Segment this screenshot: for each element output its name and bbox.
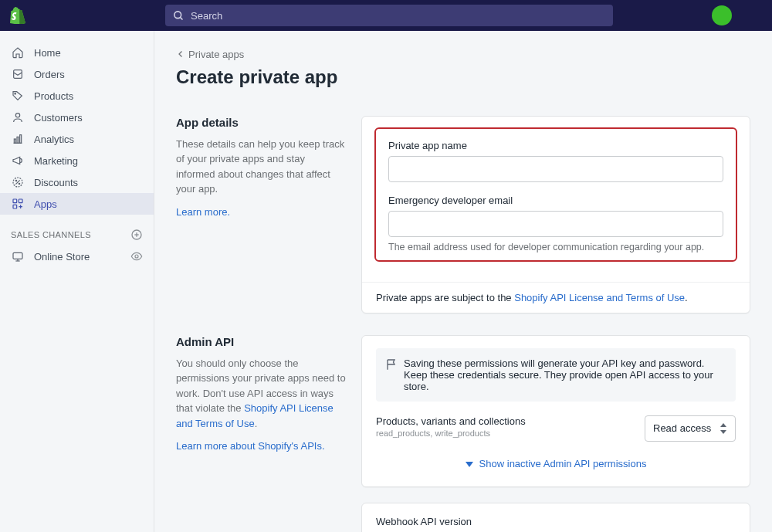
top-bar: Search	[0, 0, 772, 31]
sidebar-item-customers[interactable]: Customers	[0, 107, 154, 128]
home-icon	[11, 46, 25, 59]
learn-more-apis-link[interactable]: Learn more about Shopify's APIs.	[176, 440, 325, 452]
developer-email-input[interactable]	[388, 211, 723, 237]
svg-point-24	[135, 255, 138, 258]
permission-scopes: read_products, write_products	[376, 429, 526, 438]
sidebar-item-label: Orders	[34, 69, 65, 80]
api-key-banner: Saving these permissions will generate y…	[376, 348, 736, 402]
search-icon	[173, 10, 185, 22]
webhook-card: Webhook API version 2020-04 (Latest)	[361, 503, 750, 533]
svg-rect-7	[17, 137, 19, 143]
avatar[interactable]	[712, 5, 732, 25]
permission-select[interactable]: Read access	[645, 415, 736, 442]
sidebar-item-marketing[interactable]: Marketing	[0, 150, 154, 171]
caret-down-icon	[466, 460, 473, 468]
breadcrumb[interactable]: Private apps	[176, 49, 244, 60]
megaphone-icon	[11, 154, 25, 167]
sidebar-item-label: Home	[34, 47, 61, 59]
svg-point-11	[15, 180, 16, 181]
developer-email-help: The email address used for developer com…	[388, 242, 723, 252]
svg-point-12	[19, 183, 19, 184]
section-admin-api: Admin API You should only choose the per…	[176, 335, 750, 533]
api-license-link[interactable]: Shopify API License and Terms of Use	[514, 292, 685, 303]
sidebar-item-label: Products	[34, 90, 73, 102]
svg-rect-13	[13, 199, 17, 203]
svg-rect-6	[14, 139, 15, 143]
sidebar-item-label: Marketing	[34, 155, 78, 167]
customer-icon	[11, 111, 25, 124]
search-placeholder: Search	[191, 10, 222, 22]
sidebar: Home Orders Products Customers Analytics…	[0, 31, 154, 532]
discount-icon	[11, 176, 25, 188]
main-content: Private apps Create private app App deta…	[154, 31, 772, 532]
webhook-version-label: Webhook API version	[376, 516, 736, 527]
sidebar-item-analytics[interactable]: Analytics	[0, 128, 154, 150]
sidebar-item-orders[interactable]: Orders	[0, 63, 154, 85]
permission-row-products: Products, variants and collections read_…	[376, 415, 736, 442]
permission-title: Products, variants and collections	[376, 415, 526, 427]
eye-icon[interactable]	[130, 250, 143, 263]
sidebar-item-label: Customers	[34, 112, 83, 124]
svg-point-0	[174, 11, 181, 18]
sidebar-item-label: Analytics	[34, 134, 74, 145]
flag-icon	[385, 357, 399, 392]
sidebar-section-header: SALES CHANNELS	[0, 215, 154, 246]
section-heading: App details	[176, 116, 346, 129]
add-channel-icon[interactable]	[130, 229, 143, 241]
app-details-footer: Private apps are subject to the Shopify …	[362, 282, 750, 313]
analytics-icon	[11, 133, 25, 145]
search-box[interactable]: Search	[165, 5, 613, 26]
svg-line-1	[180, 17, 182, 19]
admin-api-card: Saving these permissions will generate y…	[361, 335, 750, 487]
highlighted-area: Private app name Emergency developer ema…	[374, 127, 737, 262]
banner-text: Saving these permissions will generate y…	[404, 357, 726, 392]
svg-point-3	[15, 93, 16, 95]
show-inactive-toggle[interactable]: Show inactive Admin API permissions	[466, 458, 647, 469]
sidebar-channel-online-store[interactable]: Online Store	[0, 246, 154, 267]
svg-rect-14	[19, 199, 22, 203]
select-chevron-icon	[720, 423, 727, 434]
sidebar-channel-label: Online Store	[34, 251, 90, 263]
svg-rect-8	[20, 135, 22, 144]
app-name-input[interactable]	[388, 156, 723, 182]
app-details-card: Private app name Emergency developer ema…	[361, 116, 750, 313]
breadcrumb-label: Private apps	[188, 49, 244, 60]
svg-marker-25	[720, 423, 726, 427]
svg-rect-21	[13, 252, 22, 259]
svg-marker-26	[720, 430, 726, 434]
sidebar-item-label: Discounts	[34, 177, 78, 188]
section-description: You should only choose the permissions y…	[176, 356, 346, 432]
sidebar-section-label: SALES CHANNELS	[11, 230, 91, 239]
app-name-label: Private app name	[388, 140, 723, 151]
svg-point-4	[15, 114, 19, 117]
sidebar-item-apps[interactable]: Apps	[0, 193, 154, 215]
section-heading: Admin API	[176, 335, 346, 348]
svg-rect-2	[14, 70, 22, 79]
page-title: Create private app	[176, 66, 750, 88]
sidebar-item-home[interactable]: Home	[0, 42, 154, 63]
chevron-left-icon	[176, 49, 185, 59]
section-description: These details can help you keep track of…	[176, 137, 346, 197]
apps-icon	[11, 198, 25, 210]
sidebar-item-products[interactable]: Products	[0, 85, 154, 107]
developer-email-label: Emergency developer email	[388, 195, 723, 206]
sidebar-item-discounts[interactable]: Discounts	[0, 171, 154, 193]
sidebar-item-label: Apps	[34, 198, 57, 210]
orders-icon	[11, 68, 25, 80]
tag-icon	[11, 90, 25, 102]
svg-marker-27	[466, 462, 473, 467]
toggle-label: Show inactive Admin API permissions	[479, 458, 647, 469]
shopify-logo	[9, 7, 26, 24]
learn-more-link[interactable]: Learn more.	[176, 206, 230, 218]
footer-text: Private apps are subject to the	[376, 292, 514, 303]
permission-value: Read access	[653, 422, 711, 434]
online-store-icon	[11, 250, 25, 263]
svg-rect-15	[13, 205, 17, 208]
section-app-details: App details These details can help you k…	[176, 116, 750, 313]
